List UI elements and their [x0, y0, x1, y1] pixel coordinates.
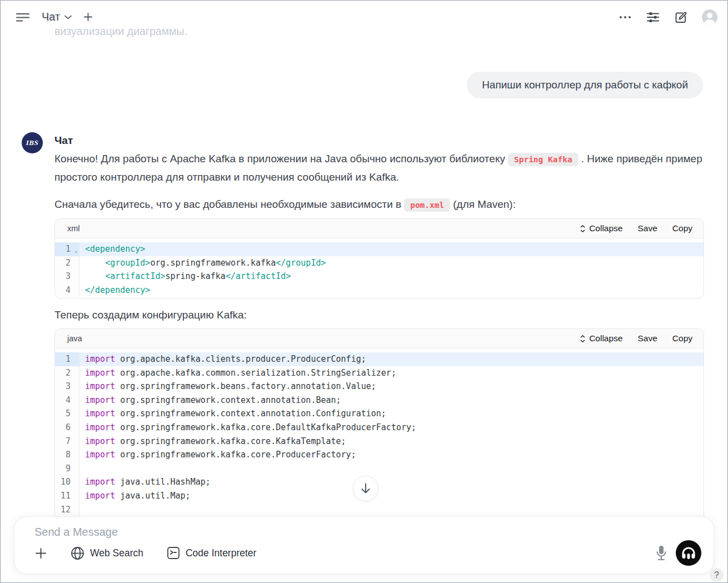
code-text	[79, 503, 704, 517]
code-line: 10import java.util.HashMap;	[55, 475, 704, 489]
ellipsis-menu-icon[interactable]	[618, 14, 632, 20]
message-composer: Web Search Code Interpreter	[14, 516, 714, 574]
code-line: 2 <groupId>org.springframework.kafka</gr…	[55, 256, 704, 270]
save-button[interactable]: Save	[637, 223, 657, 233]
user-avatar[interactable]	[702, 9, 717, 25]
line-number: 3	[55, 380, 79, 393]
code-text: <dependency>	[79, 242, 704, 256]
code-block-header: xml Collapse Save Copy	[55, 219, 704, 238]
code-content: 1import org.apache.kafka.clients.produce…	[55, 348, 704, 520]
collapse-label: Collapse	[589, 223, 622, 233]
chevron-down-icon	[64, 15, 72, 19]
code-text: import org.apache.kafka.common.serializa…	[79, 366, 704, 380]
line-number: 5	[55, 407, 79, 421]
assistant-name: Чат	[54, 134, 73, 147]
code-text: import java.util.HashMap;	[79, 475, 704, 489]
code-line: 1⌄<dependency>	[55, 242, 704, 256]
code-block-xml: xml Collapse Save Copy 1⌄<dependency>2 <…	[54, 218, 704, 298]
line-number: 4	[55, 393, 79, 407]
line-number: 3	[55, 270, 79, 283]
code-text: import org.springframework.kafka.core.Ka…	[79, 435, 704, 449]
headphones-icon	[681, 546, 696, 560]
inline-code-pom-xml: pom.xml	[404, 198, 450, 212]
code-line: 8import org.springframework.kafka.core.P…	[55, 448, 704, 462]
code-language-label: java	[67, 334, 82, 343]
line-number: 11	[55, 489, 79, 503]
code-line: 5import org.springframework.context.anno…	[55, 407, 704, 421]
web-search-button[interactable]: Web Search	[67, 544, 147, 562]
code-interpreter-label: Code Interpreter	[186, 547, 256, 559]
line-number: 2	[55, 256, 79, 270]
code-line: 3 <artifactId>spring-kafka</artifactId>	[55, 270, 704, 283]
line-number: 12	[55, 503, 79, 517]
code-line: 12	[55, 503, 704, 517]
save-button[interactable]: Save	[637, 333, 657, 343]
terminal-icon	[167, 546, 180, 560]
composer-toolbar: Web Search Code Interpreter	[34, 540, 701, 566]
arrow-down-icon	[361, 483, 371, 494]
line-number: 1	[55, 352, 79, 366]
new-chat-plus-icon[interactable]	[83, 12, 93, 22]
voice-mode-button[interactable]	[676, 540, 701, 566]
code-text: import org.springframework.context.annot…	[79, 393, 704, 407]
line-number: 2	[55, 366, 79, 380]
code-text: import java.util.Map;	[79, 489, 704, 503]
code-block-header: java Collapse Save Copy	[55, 329, 704, 348]
code-line: 9	[55, 462, 704, 476]
code-text: import org.springframework.kafka.core.Pr…	[79, 448, 704, 462]
compose-icon[interactable]	[674, 10, 689, 25]
conversation-title[interactable]: Чат	[42, 11, 72, 23]
microphone-icon[interactable]	[655, 544, 668, 562]
code-text	[79, 462, 704, 476]
attach-plus-icon[interactable]	[34, 547, 47, 560]
assistant-paragraph-2: Сначала убедитесь, что у вас добавлены н…	[54, 195, 704, 213]
line-number: 8	[55, 448, 79, 462]
line-number: 6	[55, 421, 79, 435]
collapse-chevrons-icon	[580, 335, 585, 342]
code-line: 3import org.springframework.beans.factor…	[55, 380, 704, 393]
line-number: 7	[55, 435, 79, 449]
conversation-title-label: Чат	[42, 11, 60, 23]
help-button[interactable]: ?	[710, 568, 724, 582]
copy-button[interactable]: Copy	[672, 223, 692, 233]
code-language-label: xml	[67, 224, 80, 233]
parameters-sliders-icon[interactable]	[646, 11, 660, 24]
line-number: 9	[55, 462, 79, 476]
code-line: 7import org.springframework.kafka.core.K…	[55, 435, 704, 449]
assistant-avatar: IBS	[22, 132, 43, 153]
code-line: 11import java.util.Map;	[55, 489, 704, 503]
code-text: import org.springframework.context.annot…	[79, 407, 704, 421]
sidebar-toggle-icon[interactable]	[15, 11, 31, 23]
collapse-button[interactable]: Collapse	[580, 223, 622, 233]
globe-icon	[71, 546, 84, 560]
line-number: 1⌄	[55, 242, 79, 256]
paragraph-text: Конечно! Для работы с Apache Kafka в при…	[54, 153, 505, 165]
assistant-paragraph-3: Теперь создадим конфигурацию Kafka:	[54, 306, 704, 324]
code-line: 2import org.apache.kafka.common.serializ…	[55, 366, 704, 380]
paragraph-text: (для Maven):	[453, 198, 516, 210]
paragraph-text: Сначала убедитесь, что у вас добавлены н…	[54, 198, 401, 210]
collapse-button[interactable]: Collapse	[580, 333, 622, 343]
code-line: 4import org.springframework.context.anno…	[55, 393, 704, 407]
code-text: </dependency>	[79, 283, 704, 297]
code-text: import org.springframework.beans.factory…	[79, 380, 704, 393]
line-number: 4	[55, 283, 79, 297]
code-text: import org.apache.kafka.clients.producer…	[79, 352, 704, 366]
web-search-label: Web Search	[90, 547, 143, 559]
scroll-to-bottom-button[interactable]	[353, 476, 378, 501]
code-line: 1import org.apache.kafka.clients.produce…	[55, 352, 704, 366]
code-line: 6import org.springframework.kafka.core.D…	[55, 421, 704, 435]
collapse-chevrons-icon	[580, 225, 585, 232]
inline-code-spring-kafka: Spring Kafka	[508, 153, 579, 166]
code-text: import org.springframework.kafka.core.De…	[79, 421, 704, 435]
assistant-paragraph-1: Конечно! Для работы с Apache Kafka в при…	[54, 150, 704, 186]
copy-button[interactable]: Copy	[672, 333, 692, 343]
code-line: 4</dependency>	[55, 283, 704, 297]
user-message-bubble: Напиши контроллер для работы с кафкой	[467, 72, 703, 98]
line-number: 10	[55, 475, 79, 489]
code-interpreter-button[interactable]: Code Interpreter	[163, 544, 260, 562]
code-content: 1⌄<dependency>2 <groupId>org.springframe…	[55, 238, 704, 298]
top-bar: Чат	[1, 1, 727, 36]
code-text: <groupId>org.springframework.kafka</grou…	[79, 256, 704, 270]
code-text: <artifactId>spring-kafka</artifactId>	[79, 270, 704, 283]
